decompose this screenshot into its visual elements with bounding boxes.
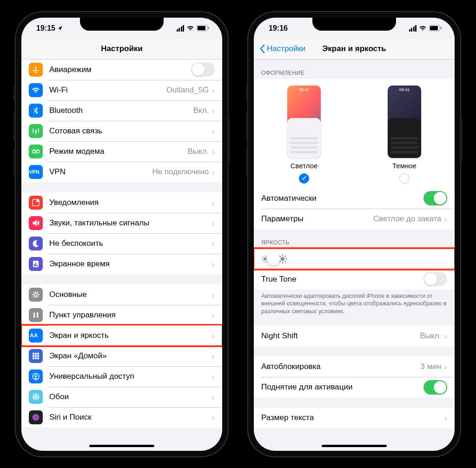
chevron-right-icon: ›	[212, 310, 215, 320]
chevron-right-icon: ›	[212, 167, 215, 177]
chevron-right-icon: ›	[444, 362, 447, 371]
home-indicator[interactable]	[89, 445, 154, 447]
battery-icon	[197, 25, 209, 31]
truetone-toggle[interactable]	[423, 272, 447, 286]
vpn-icon: VPN	[29, 165, 43, 179]
svg-point-12	[34, 293, 37, 296]
svg-point-28	[35, 374, 37, 376]
autolock-label: Автоблокировка	[261, 362, 421, 371]
appearance-picker: 09:41 Светлое 09:41 Темное	[254, 79, 455, 188]
chevron-right-icon: ›	[212, 259, 215, 269]
appearance-light-radio[interactable]	[299, 173, 309, 184]
signal-icon	[177, 25, 185, 32]
appearance-dark-radio[interactable]	[399, 173, 410, 184]
appearance-light-thumb: 09:41	[287, 86, 321, 158]
notif-icon	[29, 196, 43, 210]
не-беспокоить-row[interactable]: Не беспокоить›	[21, 233, 222, 254]
svg-point-46	[281, 257, 284, 261]
bluetooth-value: Вкл.	[193, 106, 209, 115]
automatic-toggle[interactable]	[423, 191, 447, 205]
экран-и-яркость-label: Экран и яркость	[49, 331, 212, 340]
svg-point-30	[35, 396, 37, 398]
truetone-row[interactable]: True Tone	[254, 269, 455, 290]
airplane-icon	[29, 63, 43, 77]
status-time: 19:15	[36, 24, 55, 33]
raise-toggle[interactable]	[423, 380, 447, 395]
vpn-row[interactable]: VPNVPNНе подключено›	[21, 162, 222, 182]
appearance-light-label: Светлое	[287, 162, 321, 170]
svg-point-4	[36, 150, 40, 153]
svg-rect-26	[37, 357, 39, 359]
nav-bar: Настройки	[21, 39, 222, 59]
home-indicator[interactable]	[322, 445, 387, 447]
обои-row[interactable]: Обои›	[21, 387, 222, 407]
parameters-label: Параметры	[261, 214, 373, 224]
экран-домой--label: Экран «Домой»	[49, 351, 212, 361]
звуки-тактильные-сигналы-label: Звуки, тактильные сигналы	[49, 218, 212, 228]
svg-rect-21	[33, 355, 34, 357]
chevron-right-icon: ›	[212, 86, 215, 95]
section-appearance-header: ОФОРМЛЕНИЕ	[254, 70, 455, 79]
display-settings[interactable]: ОФОРМЛЕНИЕ 09:41 Светлое 09:41	[254, 59, 455, 451]
chevron-right-icon: ›	[212, 218, 215, 228]
bluetooth-row[interactable]: BluetoothВкл.›	[21, 100, 222, 121]
chevron-right-icon: ›	[444, 214, 447, 224]
основные-row[interactable]: Основные›	[21, 284, 222, 305]
сотовая-связь-row[interactable]: Сотовая связь›	[21, 121, 222, 141]
back-button[interactable]: Настройки	[259, 44, 305, 53]
raise-label: Поднятие для активации	[261, 382, 423, 392]
wifi-icon	[186, 26, 194, 31]
signal-icon	[409, 25, 417, 32]
svg-rect-19	[35, 353, 37, 355]
bluetooth-label: Bluetooth	[49, 106, 193, 115]
экранное-время-label: Экранное время	[49, 259, 212, 269]
truetone-description: Автоматически адаптировать дисплей iPhon…	[254, 290, 455, 316]
wi-fi-row[interactable]: Wi-FiOutland_5G›	[21, 80, 222, 100]
siri-и-поиск-label: Siri и Поиск	[49, 413, 212, 422]
battery-icon	[429, 25, 442, 31]
status-time: 19:16	[269, 24, 288, 33]
chevron-left-icon	[259, 44, 265, 53]
wi-fi-label: Wi-Fi	[49, 86, 166, 95]
settings-list[interactable]: АвиарежимWi-FiOutland_5G›BluetoothВкл.›С…	[21, 59, 222, 451]
siri-и-поиск-row[interactable]: Siri и Поиск›	[21, 407, 222, 428]
svg-rect-20	[37, 353, 39, 355]
access-icon	[29, 369, 43, 383]
svg-line-54	[285, 256, 286, 257]
nightshift-row[interactable]: Night Shift Выкл. ›	[254, 326, 455, 346]
режим-модема-row[interactable]: Режим модемаВыкл.›	[21, 141, 222, 162]
svg-line-42	[263, 257, 264, 257]
hotspot-icon	[29, 145, 43, 158]
chevron-right-icon: ›	[212, 126, 215, 136]
экран-и-яркость-row[interactable]: AAЭкран и яркость›	[21, 325, 222, 346]
авиарежим-row[interactable]: Авиарежим	[21, 59, 222, 80]
appearance-light-option[interactable]: 09:41 Светлое	[287, 86, 321, 184]
textsize-row[interactable]: Размер текста ›	[254, 408, 455, 428]
экранное-время-row[interactable]: Экранное время›	[21, 254, 222, 274]
appearance-dark-option[interactable]: 09:41 Темное	[388, 86, 421, 184]
notch	[312, 18, 396, 31]
экран-домой--row[interactable]: Экран «Домой»›	[21, 346, 222, 366]
notch	[80, 18, 164, 31]
уведомления-row[interactable]: Уведомления›	[21, 192, 222, 213]
back-label: Настройки	[267, 44, 305, 53]
autolock-value: 3 мин	[421, 362, 442, 371]
raise-row[interactable]: Поднятие для активации	[254, 377, 455, 397]
nightshift-value: Выкл.	[420, 331, 441, 341]
autolock-row[interactable]: Автоблокировка 3 мин ›	[254, 356, 455, 377]
авиарежим-label: Авиарежим	[49, 65, 191, 74]
nav-title: Экран и яркость	[322, 44, 386, 53]
textsize-label: Размер текста	[261, 413, 444, 422]
appearance-dark-thumb: 09:41	[388, 86, 421, 158]
brightness-slider-row[interactable]	[254, 249, 455, 269]
nav-title: Настройки	[101, 44, 143, 53]
авиарежим-toggle[interactable]	[191, 62, 215, 77]
универсальный-доступ-row[interactable]: Универсальный доступ›	[21, 366, 222, 387]
звуки-тактильные-сигналы-row[interactable]: Звуки, тактильные сигналы›	[21, 213, 222, 233]
пункт-управления-row[interactable]: Пункт управления›	[21, 305, 222, 325]
parameters-row[interactable]: Параметры Светлое до заката ›	[254, 209, 455, 229]
location-icon	[57, 26, 63, 31]
automatic-row[interactable]: Автоматически	[254, 188, 455, 209]
svg-rect-24	[33, 357, 34, 359]
svg-line-53	[280, 261, 281, 262]
